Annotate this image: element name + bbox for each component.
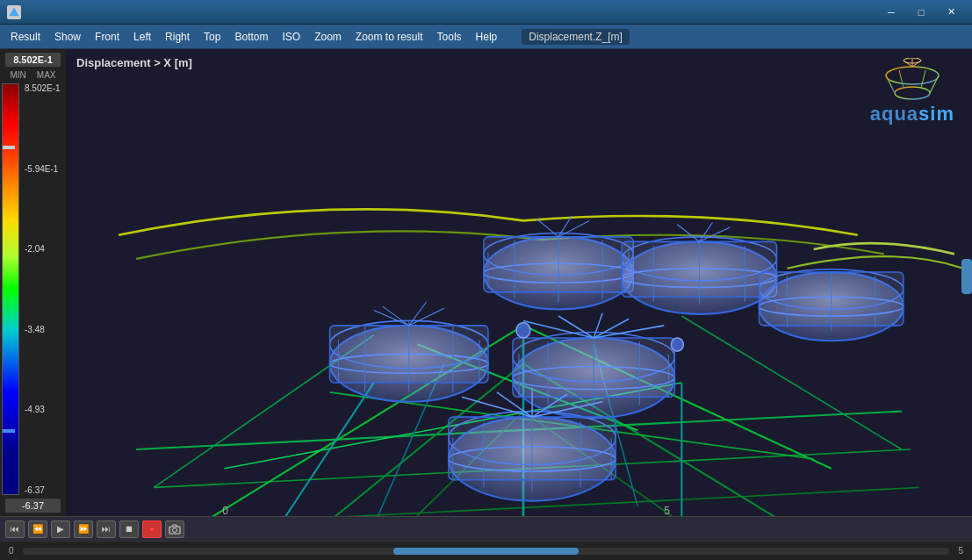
menu-front[interactable]: Front <box>88 27 126 47</box>
x-axis-left-label: 0 <box>4 546 19 556</box>
svg-text:5: 5 <box>664 504 670 516</box>
colorbar-min-value: -6.37 <box>5 499 61 513</box>
menu-zoom-result[interactable]: Zoom to result <box>349 27 430 47</box>
stop-button[interactable]: ⏹ <box>119 521 139 538</box>
svg-line-64 <box>558 316 594 338</box>
bottom-toolbar: ⏮ ⏪ ▶ ⏩ ⏭ ⏹ ● <box>0 516 972 541</box>
svg-line-22 <box>409 302 427 326</box>
colorbar-gradient <box>2 83 19 495</box>
horizontal-scroll-thumb[interactable] <box>393 548 579 555</box>
menu-show[interactable]: Show <box>47 27 88 47</box>
maximize-button[interactable]: □ <box>907 3 935 22</box>
menu-result[interactable]: Result <box>4 27 47 47</box>
svg-marker-0 <box>10 8 18 16</box>
scene-svg: 0 5 <box>66 49 972 516</box>
menu-help[interactable]: Help <box>469 27 505 47</box>
rewind-button[interactable]: ⏮ <box>5 521 25 538</box>
menubar: Result Show Front Left Right Top Bottom … <box>0 25 972 49</box>
titlebar: ─ □ ✕ <box>0 0 972 25</box>
svg-line-7 <box>921 70 925 88</box>
svg-line-6 <box>899 70 904 88</box>
titlebar-left <box>7 5 21 19</box>
svg-line-3 <box>886 75 895 93</box>
cb-label-4: -4.93 <box>25 405 64 414</box>
menu-zoom[interactable]: Zoom <box>307 27 349 47</box>
vertical-scrollbar-thumb[interactable] <box>961 259 972 294</box>
svg-point-87 <box>173 528 177 532</box>
minimize-button[interactable]: ─ <box>877 3 905 22</box>
cb-label-1: -5.94E-1 <box>25 164 64 174</box>
record-button[interactable]: ● <box>142 521 162 538</box>
aquasim-3d-icon <box>873 58 952 106</box>
aquasim-prefix: aqua <box>870 103 918 125</box>
colorbar-min-thumb[interactable] <box>3 429 15 433</box>
svg-line-63 <box>523 320 594 338</box>
camera-button[interactable] <box>165 521 184 538</box>
next-button[interactable]: ⏩ <box>74 521 93 538</box>
colorbar-container: 8.502E-1 -5.94E-1 -2.04 -3.48 -4.93 -6.3… <box>2 83 64 495</box>
bottom-scrollbar: 0 5 <box>0 541 972 560</box>
menu-iso[interactable]: ISO <box>275 27 307 47</box>
svg-point-2 <box>895 87 930 99</box>
minmax-row: MIN MAX <box>10 70 55 80</box>
active-field-display: Displacement.Z_[m] <box>522 29 630 45</box>
main-layout: 8.502E-1 MIN MAX 8.502E-1 -5.94E-1 -2.04… <box>0 49 972 516</box>
svg-line-44 <box>677 225 699 242</box>
cb-label-3: -3.48 <box>25 325 64 334</box>
svg-point-82 <box>516 323 530 338</box>
svg-point-83 <box>671 338 683 351</box>
colorbar-max-thumb[interactable] <box>3 146 15 149</box>
app-icon <box>7 5 21 19</box>
play-button[interactable]: ▶ <box>51 521 70 538</box>
x-axis-right-label: 5 <box>953 546 968 556</box>
cb-label-5: -6.37 <box>25 485 64 495</box>
aquasim-logo: aquasim <box>870 58 954 126</box>
aquasim-text: aquasim <box>870 103 954 126</box>
horizontal-scroll-track[interactable] <box>23 548 950 555</box>
menu-top[interactable]: Top <box>197 27 227 47</box>
colorbar-labels: 8.502E-1 -5.94E-1 -2.04 -3.48 -4.93 -6.3… <box>21 83 64 495</box>
cb-label-0: 8.502E-1 <box>25 83 64 93</box>
svg-line-4 <box>930 75 939 93</box>
colorbar-panel: 8.502E-1 MIN MAX 8.502E-1 -5.94E-1 -2.04… <box>0 49 66 516</box>
colorbar-max-value: 8.502E-1 <box>5 53 61 67</box>
menu-bottom[interactable]: Bottom <box>227 27 275 47</box>
viewport[interactable]: Displacement > X [m] <box>66 49 972 516</box>
menu-tools[interactable]: Tools <box>430 27 469 47</box>
min-label: MIN <box>10 70 25 80</box>
prev-button[interactable]: ⏪ <box>28 521 47 538</box>
close-button[interactable]: ✕ <box>937 3 965 22</box>
aquasim-suffix: sim <box>918 103 954 125</box>
cb-label-2: -2.04 <box>25 244 64 254</box>
end-button[interactable]: ⏭ <box>97 521 116 538</box>
max-label: MAX <box>37 70 56 80</box>
svg-text:0: 0 <box>222 504 228 516</box>
menu-left[interactable]: Left <box>126 27 158 47</box>
viewport-label: Displacement > X [m] <box>76 56 192 69</box>
menu-right[interactable]: Right <box>158 27 197 47</box>
titlebar-controls: ─ □ ✕ <box>877 3 965 22</box>
